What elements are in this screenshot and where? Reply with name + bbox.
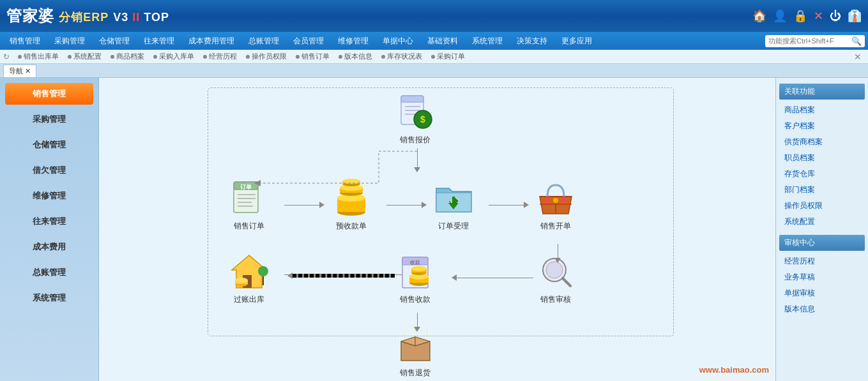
- svg-point-33: [258, 266, 268, 276]
- tabbar: ↻ 销售出库单 系统配置 商品档案 采购入库单 经营历程 操作员权限 销售订单 …: [0, 50, 868, 64]
- refresh-icon[interactable]: ↻: [3, 52, 10, 61]
- lock-icon[interactable]: 🔒: [793, 9, 807, 23]
- svg-marker-53: [254, 180, 261, 186]
- link-business-history[interactable]: 经营历程: [779, 253, 865, 269]
- link-product-file[interactable]: 商品档案: [779, 102, 865, 118]
- person-icon[interactable]: 👤: [773, 9, 787, 23]
- logo-version: V3 II TOP: [113, 11, 169, 24]
- order-accept-icon: [431, 177, 476, 218]
- flow-order-accept[interactable]: 订单受理: [431, 177, 476, 232]
- nav-tab-bar: 导航 ✕: [0, 64, 868, 78]
- pass-out-icon: [227, 250, 271, 292]
- sidebar-item-transactions[interactable]: 往来管理: [5, 211, 93, 232]
- tab-purchase-order[interactable]: 采购订单: [427, 50, 469, 63]
- sales-payment-label: 销售收款: [400, 294, 430, 305]
- order-accept-label: 订单受理: [438, 221, 469, 232]
- tab-purchase-inbound[interactable]: 采购入库单: [149, 50, 198, 63]
- nav-cost[interactable]: 成本费用管理: [182, 33, 241, 49]
- sidebar-item-repair[interactable]: 维修管理: [5, 185, 93, 207]
- nav-maintenance[interactable]: 维修管理: [331, 33, 375, 49]
- sidebar-item-purchase[interactable]: 采购管理: [5, 108, 93, 130]
- tab-sales-order[interactable]: 销售订单: [292, 50, 333, 63]
- svg-point-48: [546, 262, 563, 278]
- prepay-order-label: 预收款单: [336, 221, 367, 232]
- logo-sub: 分销ERP: [59, 11, 109, 24]
- close-tabbar-button[interactable]: ✕: [851, 52, 865, 62]
- svg-point-37: [235, 278, 248, 283]
- flow-diagram: $ 销售报价 订单: [99, 78, 775, 381]
- nav-transactions[interactable]: 往来管理: [137, 33, 181, 49]
- home-icon[interactable]: 🏠: [752, 9, 766, 23]
- svg-point-29: [553, 198, 558, 203]
- nav-tab-guide[interactable]: 导航 ✕: [3, 64, 36, 77]
- sales-quote-label: 销售报价: [400, 135, 430, 146]
- svg-line-49: [563, 278, 570, 286]
- nav-warehouse[interactable]: 仓储管理: [93, 33, 136, 49]
- sidebar-item-sales[interactable]: 销售管理: [5, 83, 93, 105]
- tab-operator-permission[interactable]: 操作员权限: [242, 50, 291, 63]
- sales-return-label: 销售退货: [400, 368, 430, 378]
- sidebar-item-debt[interactable]: 借欠管理: [5, 160, 93, 181]
- sales-quote-icon: $: [393, 91, 438, 132]
- flow-sales-payment[interactable]: 收款 销售收款: [393, 250, 438, 305]
- flow-sales-open[interactable]: 销售开单: [533, 177, 578, 232]
- sidebar: 销售管理 采购管理 仓储管理 借欠管理 维修管理 往来管理 成本费用 总账管理 …: [0, 78, 99, 381]
- nav-more[interactable]: 更多应用: [555, 33, 598, 49]
- search-input[interactable]: [768, 37, 851, 45]
- sales-audit-label: 销售审核: [540, 294, 571, 305]
- link-employee-file[interactable]: 职员档案: [779, 150, 865, 166]
- link-operator-permission[interactable]: 操作员权限: [779, 198, 865, 214]
- link-version-info[interactable]: 版本信息: [779, 301, 865, 317]
- sales-payment-icon: 收款: [393, 250, 438, 292]
- flow-sales-quote[interactable]: $ 销售报价: [393, 91, 438, 146]
- main-content: 销售管理 采购管理 仓储管理 借欠管理 维修管理 往来管理 成本费用 总账管理 …: [0, 78, 868, 381]
- sidebar-item-warehouse[interactable]: 仓储管理: [5, 134, 93, 156]
- svg-point-46: [411, 266, 427, 271]
- nav-documents[interactable]: 单据中心: [376, 33, 420, 49]
- audit-center-title: 审核中心: [779, 235, 865, 251]
- nav-basic[interactable]: 基础资料: [421, 33, 464, 49]
- power-icon[interactable]: ⏻: [830, 10, 841, 23]
- sidebar-item-cost[interactable]: 成本费用: [5, 236, 93, 258]
- user-icon[interactable]: 👔: [848, 9, 862, 23]
- link-customer-file[interactable]: 客户档案: [779, 118, 865, 134]
- search-box[interactable]: 🔍: [765, 35, 865, 47]
- link-business-draft[interactable]: 业务草稿: [779, 269, 865, 285]
- nav-system[interactable]: 系统管理: [466, 33, 509, 49]
- navbar: 销售管理 采购管理 仓储管理 往来管理 成本费用管理 总账管理 会员管理 维修管…: [0, 32, 868, 50]
- search-icon[interactable]: 🔍: [851, 36, 862, 46]
- sidebar-item-ledger[interactable]: 总账管理: [5, 262, 93, 283]
- sidebar-item-system[interactable]: 系统管理: [5, 287, 93, 309]
- tab-sales-outbound[interactable]: 销售出库单: [14, 50, 63, 63]
- header-icons: 🏠 👤 🔒 ✕ ⏻ 👔: [752, 9, 862, 23]
- link-supplier-file[interactable]: 供货商档案: [779, 134, 865, 150]
- flow-pass-out[interactable]: 过账出库: [227, 250, 271, 305]
- sales-open-label: 销售开单: [540, 221, 571, 232]
- svg-text:$: $: [420, 114, 425, 124]
- svg-rect-1: [401, 96, 423, 102]
- nav-ledger[interactable]: 总账管理: [242, 33, 286, 49]
- sales-open-icon: [533, 177, 578, 218]
- link-system-config[interactable]: 系统配置: [779, 214, 865, 230]
- nav-purchase[interactable]: 采购管理: [48, 33, 91, 49]
- link-inventory-warehouse[interactable]: 存货仓库: [779, 166, 865, 182]
- svg-marker-51: [425, 332, 428, 336]
- tab-inventory-status[interactable]: 库存状况表: [377, 50, 426, 63]
- logo: 管家婆 分销ERP V3 II TOP: [6, 6, 169, 26]
- tab-version-info[interactable]: 版本信息: [335, 50, 376, 63]
- pass-out-label: 过账出库: [234, 294, 264, 305]
- watermark: www.baimao.com: [699, 365, 769, 375]
- nav-member[interactable]: 会员管理: [287, 33, 330, 49]
- sales-order-label: 销售订单: [234, 221, 264, 232]
- svg-text:收款: 收款: [410, 260, 420, 265]
- svg-marker-52: [403, 332, 406, 336]
- nav-sales[interactable]: 销售管理: [3, 33, 47, 49]
- close-circle-icon[interactable]: ✕: [814, 9, 823, 23]
- tab-system-config[interactable]: 系统配置: [64, 50, 105, 63]
- link-department-file[interactable]: 部门档案: [779, 182, 865, 198]
- nav-decision[interactable]: 决策支持: [510, 33, 554, 49]
- tab-business-history[interactable]: 经营历程: [199, 50, 241, 63]
- link-document-audit[interactable]: 单据审核: [779, 285, 865, 301]
- tab-product-file[interactable]: 商品档案: [107, 50, 148, 63]
- related-functions-title: 关联功能: [779, 84, 865, 100]
